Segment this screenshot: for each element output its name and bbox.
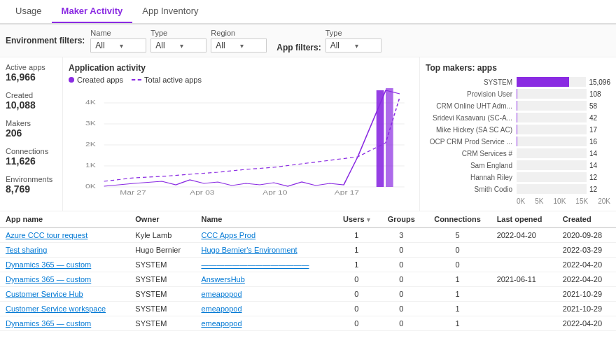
cell-name[interactable]: emeapopod [195,302,334,316]
bar-track [517,113,587,122]
cell-groups: 0 [379,316,424,331]
name-filter-select[interactable]: All ▾ [90,38,146,52]
table-row: Customer Service workspace SYSTEM emeapo… [0,302,616,316]
cell-app-name[interactable]: Dynamics 365 — custom [0,258,130,272]
bar-row: Mike Hickey (SA SC AC) 17 [426,125,610,134]
bar-name: Sam England [426,162,517,169]
cell-connections: 1 [424,316,491,331]
cell-users: 1 [335,258,379,272]
svg-text:Apr 10: Apr 10 [262,189,287,195]
type-filter-select[interactable]: All ▾ [150,38,206,52]
cell-last-opened [491,287,557,302]
cell-groups: 0 [379,287,424,302]
bar-name: CRM Online UHT Adm... [426,102,517,110]
cell-connections: 1 [424,272,491,287]
cell-connections: 1 [424,302,491,316]
cell-name[interactable]: AnswersHub [195,272,334,287]
bar-value: 58 [589,102,610,110]
tab-maker-activity[interactable]: Maker Activity [52,0,133,23]
svg-text:Apr 17: Apr 17 [335,189,359,195]
bar-track [517,77,586,87]
bar-name: Smith Codio [426,186,517,193]
cell-created: 2021-10-29 [557,302,616,316]
bar-value: 15,096 [589,78,610,86]
bar-value: 42 [589,114,610,122]
cell-last-opened: 2022-04-20 [491,227,557,243]
cell-created: 2022-04-20 [557,316,616,331]
bar-name: Sridevi Kasavaru (SC-A... [426,114,517,122]
cell-owner: Kyle Lamb [130,227,195,243]
env-filters-label: Environment filters: [6,36,85,46]
bar-name: Provision User [426,90,517,98]
app-type-filter-select[interactable]: All ▾ [326,38,382,52]
cell-app-name[interactable]: Customer Service workspace [0,302,130,316]
cell-users: 0 [335,287,379,302]
cell-users: 0 [335,316,379,331]
cell-name[interactable]: —————————————— [195,258,334,272]
table-row: Dynamics 365 — custom SYSTEM emeapopod 0… [0,316,616,331]
cell-name[interactable]: emeapopod [195,316,334,331]
cell-app-name[interactable]: Azure CCC tour request [0,227,130,243]
cell-name[interactable]: CCC Apps Prod [195,227,334,243]
bar-fill [517,89,517,99]
bar-name: CRM Services # [426,150,517,158]
bar-track [517,125,587,134]
bar-row: Hannah Riley 12 [426,172,610,182]
cell-name[interactable]: Hugo Bernier's Environment [195,243,334,258]
cell-owner: SYSTEM [130,316,195,331]
col-groups: Groups [379,211,424,227]
cell-connections: 0 [424,243,491,258]
col-name: Name [195,211,334,227]
filter-bar: Environment filters: Name All ▾ Type All… [0,24,616,57]
cell-owner: SYSTEM [130,258,195,272]
bar-value: 14 [589,162,610,169]
app-filters-label: App filters: [276,43,321,52]
bar-name: SYSTEM [426,78,517,86]
app-activity-chart: Application activity Created apps Total … [63,57,420,211]
tab-app-inventory[interactable]: App Inventory [132,0,208,23]
bar-row: OCP CRM Prod Service ... 16 [426,136,610,146]
cell-users: 1 [335,243,379,258]
bar-name: Hannah Riley [426,174,517,181]
name-filter-label: Name [90,29,146,37]
bar-row: Sam England 14 [426,160,610,170]
bar-track [517,184,587,194]
svg-rect-10 [377,90,384,187]
app-type-filter-group: Type All ▾ [326,29,382,52]
bar-track [517,89,587,99]
region-filter-chevron: ▾ [240,42,262,50]
name-filter-group: Name All ▾ [90,29,146,52]
region-filter-label: Region [211,29,267,37]
bar-name: OCP CRM Prod Service ... [426,138,517,146]
bar-track [517,101,587,111]
region-filter-select[interactable]: All ▾ [211,38,267,52]
bar-row: SYSTEM 15,096 [426,77,610,87]
bar-value: 108 [589,90,610,98]
cell-app-name[interactable]: Dynamics 365 — custom [0,316,130,331]
cell-last-opened [491,258,557,272]
svg-text:0K: 0K [85,183,96,190]
cell-app-name[interactable]: Test sharing [0,243,130,258]
col-created: Created [557,211,616,227]
cell-groups: 0 [379,272,424,287]
cell-app-name[interactable]: Customer Service Hub [0,287,130,302]
cell-last-opened: 2021-06-11 [491,272,557,287]
cell-users: 1 [335,227,379,243]
cell-owner: SYSTEM [130,302,195,316]
cell-app-name[interactable]: Dynamics 365 — custom [0,272,130,287]
cell-last-opened [491,302,557,316]
tab-usage[interactable]: Usage [6,0,52,23]
bar-track [517,148,587,158]
bar-track [517,172,587,182]
table-row: Azure CCC tour request Kyle Lamb CCC App… [0,227,616,243]
stat-active-apps: Active apps 16,966 [6,63,57,83]
svg-text:Mar 27: Mar 27 [120,189,146,195]
top-makers-chart: Top makers: apps SYSTEM 15,096 Provision… [420,57,616,211]
bar-row: Provision User 108 [426,89,610,99]
cell-name[interactable]: emeapopod [195,287,334,302]
app-type-filter-label: Type [326,29,382,37]
tab-bar: Usage Maker Activity App Inventory [0,0,616,24]
svg-text:4K: 4K [85,99,96,106]
bar-track [517,136,587,146]
cell-created: 2021-10-29 [557,287,616,302]
